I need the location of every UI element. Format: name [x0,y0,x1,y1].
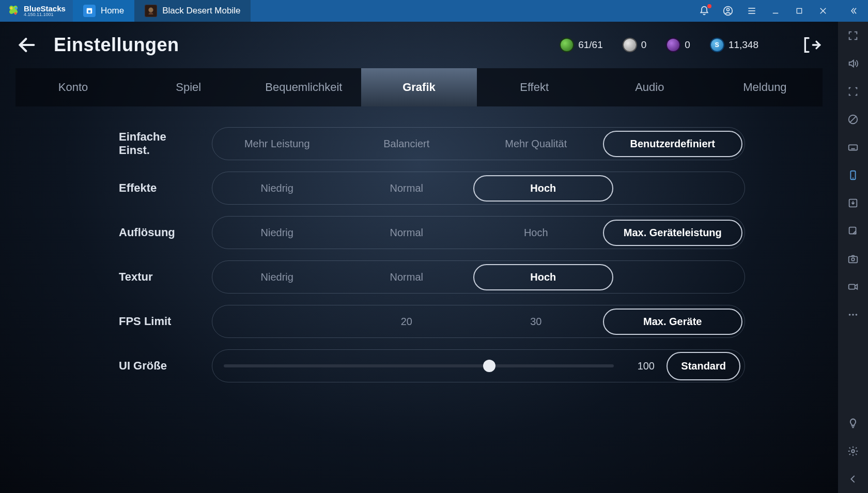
option[interactable]: Normal [342,179,472,197]
phone-icon[interactable] [846,168,860,182]
resource-silver[interactable]: 0 [624,39,647,51]
game-viewport: Einstellungen 61/61 0 0 S 11,348 [0,22,838,493]
resource-silver-value: 0 [641,39,647,51]
notifications-icon[interactable] [699,5,710,17]
option[interactable]: Normal [342,268,472,286]
setting-label: UI Größe [119,359,191,373]
option[interactable]: Mehr Qualität [471,135,601,153]
install-apk-icon[interactable] [846,196,860,210]
volume-icon[interactable] [846,57,860,70]
account-icon[interactable] [722,5,734,17]
settings-tabs: KontoSpielBequemlichkeitGrafikEffektAudi… [16,68,823,106]
titlebar-controls [689,0,868,22]
resource-pearl-value: 0 [685,39,690,51]
setting-label: Auflösung [119,226,191,239]
ui-size-value: 100 [625,360,667,372]
option[interactable]: Niedrig [212,268,342,286]
fullscreen-icon[interactable] [846,29,860,42]
resource-pearl[interactable]: 0 [667,39,690,51]
home-icon [83,5,96,17]
settings-tab-grafik[interactable]: Grafik [361,68,476,106]
option[interactable]: 20 [342,313,472,331]
back-nav-icon[interactable] [846,472,860,486]
visibility-off-icon[interactable] [846,113,860,126]
tab-game-label: Black Desert Mobile [162,6,240,16]
screenshot-icon[interactable] [846,252,860,266]
settings-panel: Einfache Einst.Mehr LeistungBalanciertMe… [0,106,838,382]
setting-row: EffekteNiedrigNormalHoch [119,172,745,205]
silver-icon [624,39,636,51]
option[interactable]: Hoch [471,224,601,242]
option[interactable]: Niedrig [212,179,342,197]
bluestacks-icon [7,5,20,17]
option[interactable]: Normal [342,224,472,242]
more-icon[interactable] [846,308,860,321]
settings-tab-effekt[interactable]: Effekt [477,68,592,106]
option[interactable]: Mehr Leistung [212,135,342,153]
currency-icon: S [711,39,723,51]
record-icon[interactable] [846,280,860,294]
settings-tab-konto[interactable]: Konto [16,68,131,106]
menu-icon[interactable] [746,5,757,17]
svg-point-1 [14,12,17,15]
option-group: NiedrigNormalHoch [212,260,745,294]
svg-point-6 [149,8,153,12]
setting-label: FPS Limit [119,315,191,328]
close-icon[interactable] [817,5,829,17]
svg-point-28 [851,258,855,261]
svg-point-31 [852,314,854,316]
svg-rect-27 [849,256,858,263]
setting-label: Einfache Einst. [119,130,191,158]
game-app-icon [145,5,157,17]
setting-row: TexturNiedrigNormalHoch [119,260,745,294]
sidebar-collapse-icon[interactable] [847,5,859,17]
svg-rect-13 [797,8,801,13]
svg-point-0 [10,7,13,10]
ui-size-standard-button[interactable]: Standard [667,352,740,380]
setting-row: AuflösungNiedrigNormalHochMax. Gerätelei… [119,216,745,249]
maximize-icon[interactable] [794,5,805,17]
tab-game[interactable]: Black Desert Mobile [134,0,251,22]
resource-currency-value: 11,348 [729,39,758,51]
slider-thumb[interactable] [483,360,495,372]
svg-line-17 [850,116,857,123]
option[interactable]: Hoch [473,175,613,202]
option[interactable]: Hoch [473,264,613,290]
tips-icon[interactable] [846,417,860,430]
ui-size-group: 100Standard [212,349,745,382]
svg-point-33 [851,450,855,453]
settings-tab-audio[interactable]: Audio [592,68,707,106]
page-title: Einstellungen [54,34,179,56]
logo-version: 4.150.11.1001 [24,12,66,17]
settings-icon[interactable] [846,444,860,458]
shortcut-icon[interactable] [846,224,860,238]
option[interactable]: Niedrig [212,224,342,242]
option[interactable]: Benutzerdefiniert [603,131,743,157]
resource-currency[interactable]: S 11,348 [711,39,758,51]
tab-home-label: Home [101,6,124,16]
settings-tab-bequemlichkeit[interactable]: Bequemlichkeit [246,68,361,106]
setting-label: Textur [119,270,191,284]
svg-point-2 [15,7,17,9]
pearl-icon [667,39,679,51]
tab-home[interactable]: Home [73,0,134,22]
locate-icon[interactable] [846,85,860,98]
settings-tab-meldung[interactable]: Meldung [707,68,823,106]
ui-size-slider[interactable] [224,364,614,367]
option[interactable]: 30 [471,313,601,331]
option-group: NiedrigNormalHochMax. Geräteleistung [212,216,745,249]
svg-rect-18 [849,145,858,150]
keyboard-icon[interactable] [846,141,860,154]
exit-button[interactable] [800,34,823,56]
back-button[interactable] [16,34,38,56]
resource-energy-value: 61/61 [578,39,603,51]
option[interactable]: Balanciert [342,135,472,153]
minimize-icon[interactable] [770,5,781,17]
resource-energy[interactable]: 61/61 [561,39,603,51]
setting-row-ui-size: UI Größe100Standard [119,349,745,382]
option[interactable]: Max. Geräte [603,309,743,335]
settings-tab-spiel[interactable]: Spiel [131,68,246,106]
logo-name: BlueStacks [24,5,66,12]
resource-bar: 61/61 0 0 S 11,348 [561,39,758,51]
option[interactable]: Max. Geräteleistung [603,220,743,246]
